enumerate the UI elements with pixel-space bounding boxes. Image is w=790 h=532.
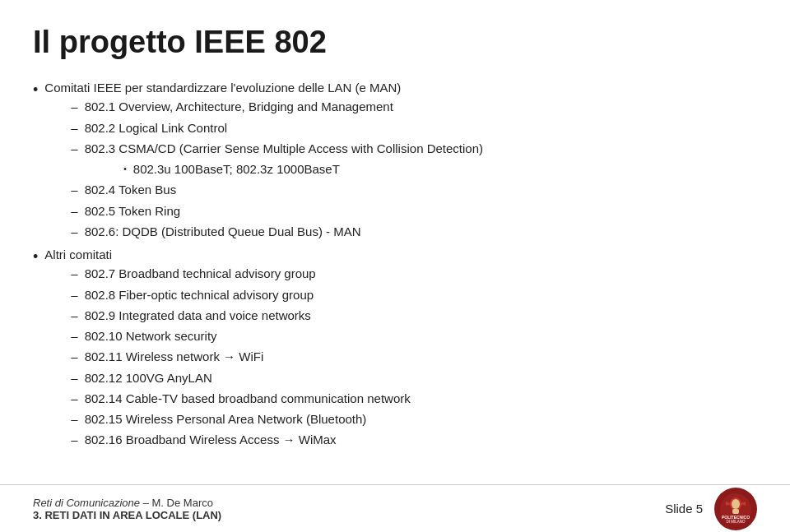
footer-line2: 3. RETI DATI IN AREA LOCALE (LAN) <box>33 509 221 521</box>
bullet-marker-1: • <box>33 79 38 102</box>
item-802-7: – 802.7 Broadband technical advisory gro… <box>71 264 410 283</box>
bullet-1: • Comitati IEEE per standardizzare l'evo… <box>33 78 757 243</box>
svg-point-3 <box>732 499 740 509</box>
logo-svg: POLITECNICO DI MILANO <box>718 491 754 527</box>
bullet-2-subitems: – 802.7 Broadband technical advisory gro… <box>44 264 410 449</box>
item-802-14: – 802.14 Cable-TV based broadband commun… <box>71 389 410 408</box>
bullet-marker-2: • <box>33 246 38 269</box>
item-802-3: – 802.3 CSMA/CD (Carrier Sense Multiple … <box>71 139 483 158</box>
svg-text:DI MILANO: DI MILANO <box>726 520 746 524</box>
content-area: • Comitati IEEE per standardizzare l'evo… <box>33 78 757 451</box>
item-802-4: – 802.4 Token Bus <box>71 180 483 199</box>
bullet-2: • Altri comitati – 802.7 Broadband techn… <box>33 245 757 451</box>
item-802-10: – 802.10 Network security <box>71 326 410 345</box>
item-802-16: – 802.16 Broadband Wireless Access → WiM… <box>71 430 410 449</box>
slide-number: Slide 5 <box>665 502 703 516</box>
bullet-1-text: Comitati IEEE per standardizzare l'evolu… <box>44 78 483 243</box>
footer-line1: Reti di Comunicazione – M. De Marco <box>33 497 221 509</box>
item-802-2: – 802.2 Logical Link Control <box>71 118 483 137</box>
slide-container: Il progetto IEEE 802 • Comitati IEEE per… <box>0 0 790 532</box>
item-802-3-sub: • 802.3u 100BaseT; 802.3z 1000BaseT <box>71 160 483 178</box>
item-802-1: – 802.1 Overview, Architecture, Bridging… <box>71 97 483 116</box>
item-802-15: – 802.15 Wireless Personal Area Network … <box>71 409 410 428</box>
footer-left: Reti di Comunicazione – M. De Marco 3. R… <box>33 497 221 521</box>
slide-title: Il progetto IEEE 802 <box>33 25 757 60</box>
item-802-8: – 802.8 Fiber-optic technical advisory g… <box>71 285 410 304</box>
item-802-9: – 802.9 Integrated data and voice networ… <box>71 306 410 325</box>
bullet-2-text: Altri comitati – 802.7 Broadband technic… <box>44 245 410 451</box>
bullet-1-subitems: – 802.1 Overview, Architecture, Bridging… <box>44 97 483 241</box>
footer-right: Slide 5 <box>665 488 757 530</box>
item-802-6: – 802.6: DQDB (Distributed Queue Dual Bu… <box>71 222 483 241</box>
footer: Reti di Comunicazione – M. De Marco 3. R… <box>0 484 790 532</box>
item-802-11: – 802.11 Wireless network → WiFi <box>71 347 410 366</box>
footer-course: Reti di Comunicazione <box>33 497 140 509</box>
polimi-logo: POLITECNICO DI MILANO <box>714 488 757 530</box>
svg-rect-4 <box>732 509 739 514</box>
item-802-5: – 802.5 Token Ring <box>71 201 483 220</box>
item-802-12: – 802.12 100VG AnyLAN <box>71 368 410 387</box>
